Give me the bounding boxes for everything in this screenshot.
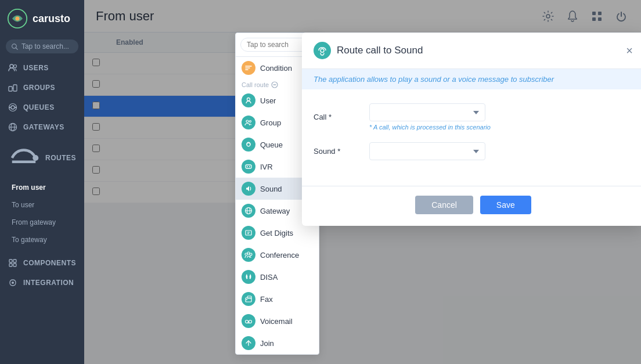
modal-footer: Cancel Save xyxy=(302,186,641,226)
user-item-icon xyxy=(242,93,255,107)
modal-body: Call * * A call, which is processed in t… xyxy=(302,89,641,186)
modal-subtitle: The application allows to play a sound o… xyxy=(302,69,641,89)
dropdown-item-conference[interactable]: Conference xyxy=(236,244,319,266)
svg-point-37 xyxy=(247,166,248,167)
form-row-sound: Sound * xyxy=(314,142,633,160)
svg-point-4 xyxy=(10,64,13,68)
call-select[interactable] xyxy=(369,103,485,121)
svg-point-32 xyxy=(247,98,250,101)
fax-item-icon xyxy=(242,292,255,306)
svg-point-50 xyxy=(246,299,247,300)
sidebar-item-routes-label: ROUTES xyxy=(45,154,76,162)
sidebar-item-gateways-label: GATEWAYS xyxy=(23,123,64,131)
svg-point-47 xyxy=(250,253,252,255)
dropdown-item-fax[interactable]: Fax xyxy=(236,288,319,310)
app-name: carusto xyxy=(33,13,70,25)
dropdown-item-condition-label: Condition xyxy=(260,64,292,73)
svg-point-10 xyxy=(9,107,10,108)
svg-rect-36 xyxy=(246,165,251,168)
dropdown-item-join[interactable]: Join xyxy=(236,332,319,354)
sidebar-item-users-label: USERS xyxy=(23,64,49,72)
logo-icon xyxy=(7,8,28,29)
svg-point-5 xyxy=(14,65,17,68)
sidebar-search-input[interactable] xyxy=(21,42,73,51)
sidebar-sub-from-gateway[interactable]: From gateway xyxy=(0,214,84,231)
svg-point-1 xyxy=(15,16,19,20)
svg-rect-16 xyxy=(9,260,12,262)
modal-header: Route call to Sound × xyxy=(302,33,641,69)
dropdown-item-disa[interactable]: DISA xyxy=(236,266,319,288)
modal-close-button[interactable]: × xyxy=(626,45,633,56)
sidebar-sub-to-user[interactable]: To user xyxy=(0,196,84,214)
svg-rect-18 xyxy=(9,264,12,266)
condition-icon xyxy=(242,61,255,75)
sound-select[interactable] xyxy=(369,142,485,160)
modal-header-icon xyxy=(314,42,331,59)
sidebar-item-groups-label: GROUPS xyxy=(23,84,55,92)
disa-item-icon xyxy=(242,270,255,284)
groups-icon xyxy=(8,83,17,92)
modal-title: Route call to Sound xyxy=(337,45,620,56)
logo: carusto xyxy=(0,0,84,37)
svg-rect-19 xyxy=(13,264,16,266)
svg-point-20 xyxy=(12,282,14,284)
voicemail-item-icon xyxy=(242,314,255,328)
sound-item-icon xyxy=(242,182,255,196)
section-collapse-icon[interactable] xyxy=(271,81,278,88)
svg-point-46 xyxy=(247,252,250,254)
sidebar-item-components-label: COMPONENTS xyxy=(23,259,76,267)
sidebar-sub-to-gateway[interactable]: To gateway xyxy=(0,231,84,248)
sidebar-item-gateways[interactable]: GATEWAYS xyxy=(0,117,84,137)
sound-label: Sound * xyxy=(314,147,360,156)
sidebar: carusto USERS GROUPS QUE xyxy=(0,0,84,364)
call-label: Call * xyxy=(314,113,360,121)
gateway-item-icon xyxy=(242,204,255,218)
sidebar-item-integration-label: INTEGRATION xyxy=(23,279,74,287)
svg-point-8 xyxy=(11,106,15,109)
svg-point-52 xyxy=(249,320,252,323)
users-icon xyxy=(8,63,17,73)
routes-icon xyxy=(8,142,39,174)
svg-point-38 xyxy=(249,166,250,167)
svg-point-45 xyxy=(245,253,247,255)
svg-rect-7 xyxy=(13,85,17,91)
svg-point-33 xyxy=(246,120,249,122)
svg-point-15 xyxy=(33,155,38,161)
search-icon xyxy=(12,43,18,51)
sidebar-item-queues-label: QUEUES xyxy=(23,103,55,111)
svg-point-51 xyxy=(246,320,249,323)
svg-rect-6 xyxy=(9,87,12,91)
sidebar-item-users[interactable]: USERS xyxy=(0,58,84,78)
queues-icon xyxy=(8,103,17,112)
modal-overlay: Condition Call route User xyxy=(84,0,641,364)
sidebar-item-integration[interactable]: INTEGRATION xyxy=(0,273,84,293)
sidebar-sub-from-user[interactable]: From user xyxy=(0,179,84,196)
get-digits-item-icon xyxy=(242,226,255,240)
svg-point-11 xyxy=(15,107,16,108)
ivr-item-icon xyxy=(242,160,255,174)
conference-item-icon xyxy=(242,248,255,262)
join-item-icon xyxy=(242,336,255,350)
call-field: * A call, which is processed in this sce… xyxy=(369,103,633,131)
dropdown-item-voicemail[interactable]: Voicemail xyxy=(236,310,319,332)
route-call-modal: Route call to Sound × The application al… xyxy=(302,33,641,226)
sidebar-item-components[interactable]: COMPONENTS xyxy=(0,253,84,273)
svg-rect-42 xyxy=(246,230,251,235)
save-button[interactable]: Save xyxy=(480,196,531,214)
components-icon xyxy=(8,258,17,268)
svg-rect-17 xyxy=(13,260,16,262)
gateways-icon xyxy=(8,122,17,132)
svg-point-54 xyxy=(320,49,324,52)
cancel-button[interactable]: Cancel xyxy=(415,196,473,214)
main-content: From user xyxy=(84,0,641,364)
sidebar-item-queues[interactable]: QUEUES xyxy=(0,98,84,117)
svg-point-34 xyxy=(250,121,251,122)
sidebar-search[interactable] xyxy=(6,39,78,53)
sound-field xyxy=(369,142,633,160)
sidebar-item-routes[interactable]: ROUTES xyxy=(0,137,84,179)
call-hint: * A call, which is processed in this sce… xyxy=(369,124,633,131)
group-item-icon xyxy=(242,116,255,129)
svg-line-3 xyxy=(16,48,17,49)
sidebar-item-groups[interactable]: GROUPS xyxy=(0,78,84,98)
form-row-call: Call * * A call, which is processed in t… xyxy=(314,103,633,131)
